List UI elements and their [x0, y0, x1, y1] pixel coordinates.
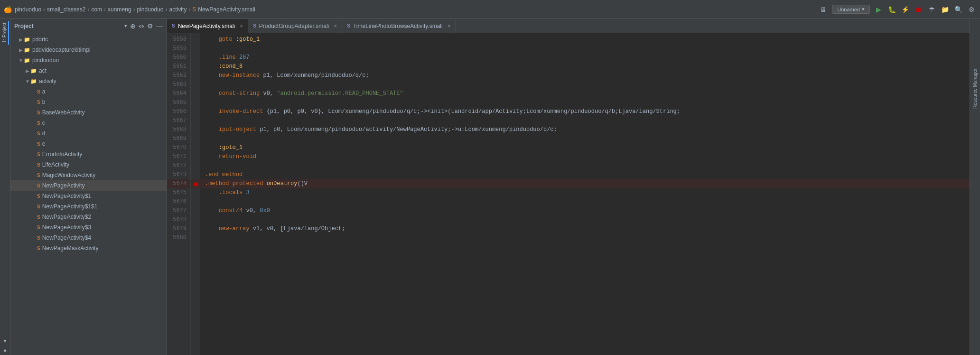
tree-item-act[interactable]: ▶ 📁 act — [10, 65, 167, 76]
line-num: 5669 — [167, 134, 190, 143]
code-line-5666: invoke-direct {p1, p0, p0, v0}, Lcom/xun… — [200, 107, 970, 116]
tree-item-activity[interactable]: ▼ 📁 activity — [10, 76, 167, 86]
gutter-line — [191, 125, 200, 134]
tree-label: MagicWindowActivity — [42, 172, 96, 178]
gutter-breakpoint-5674[interactable]: ◆ — [191, 179, 200, 188]
tree-item-NewPageActivity11[interactable]: S NewPageActivity$1$1 — [10, 201, 167, 212]
breadcrumb-xunmeng: xunmeng — [108, 6, 131, 13]
folder-icon: 📁 — [30, 78, 37, 84]
run-icon[interactable]: ▶ — [874, 5, 883, 14]
tab-NewPageActivity[interactable]: S NewPageActivity.smali × — [167, 19, 248, 33]
tree-item-NewPageActivity4[interactable]: S NewPageActivity$4 — [10, 233, 167, 243]
tree-item-NewPageMaskActivity[interactable]: S NewPageMaskActivity — [10, 243, 167, 253]
line-num: 5658 — [167, 35, 190, 44]
tree-item-NewPageActivity1[interactable]: S NewPageActivity$1 — [10, 191, 167, 201]
tree-item-a[interactable]: S a — [10, 86, 167, 97]
tree-item-NewPageActivity2[interactable]: S NewPageActivity$2 — [10, 212, 167, 222]
tree-item-NewPageActivity3[interactable]: S NewPageActivity$3 — [10, 222, 167, 233]
gutter-line — [191, 206, 200, 215]
smali-icon: S — [37, 225, 40, 230]
tree-item-pddrtc[interactable]: ▶ 📁 pddrtc — [10, 34, 167, 45]
tree-label: NewPageMaskActivity — [42, 245, 99, 252]
code-content[interactable]: goto :goto_1 .line 267 :cond_8 new-insta… — [200, 33, 970, 355]
line-num: 5661 — [167, 62, 190, 71]
tree-item-e[interactable]: S e — [10, 139, 167, 149]
gutter-line — [191, 35, 200, 44]
collapse-all-icon[interactable]: ⇔ — [139, 22, 144, 30]
tree-item-c[interactable]: S c — [10, 118, 167, 128]
tab-label: TimeLinePhotoBrowseActivity.smali — [353, 23, 443, 29]
smali-icon: S — [37, 162, 40, 168]
gutter-line — [191, 224, 200, 234]
debug-icon[interactable]: 🐛 — [887, 5, 896, 14]
hide-icon[interactable]: — — [156, 22, 163, 30]
project-dropdown[interactable]: ▾ — [124, 23, 127, 29]
sep4: › — [133, 6, 135, 13]
smali-icon: S — [37, 110, 40, 115]
gutter-line — [191, 71, 200, 80]
tree-item-LifeActivity[interactable]: S LifeActivity — [10, 159, 167, 170]
code-line-5662: new-instance p1, Lcom/xunmeng/pinduoduo/… — [200, 71, 970, 80]
main-layout: 1: Project ▲ ▼ Project ▾ ⊕ ⇔ ⚙ — ▶ 📁 pdd… — [0, 19, 980, 355]
project-header: Project ▾ ⊕ ⇔ ⚙ — — [10, 19, 167, 33]
line-num: 5673 — [167, 170, 190, 179]
tree-label: d — [42, 130, 46, 137]
code-line-5660: .line 267 — [200, 53, 970, 62]
add-project-icon[interactable]: 📁 — [940, 5, 950, 14]
folder-icon: 📁 — [24, 37, 30, 43]
project-tab-vertical[interactable]: 1: Project — [1, 21, 9, 45]
tree-label: NewPageActivity$2 — [42, 214, 91, 220]
expand-arrow: ▶ — [18, 37, 24, 42]
tree-label: activity — [39, 78, 56, 84]
code-line-5671: return-void — [200, 152, 970, 161]
tree-label: ErrorInfoActivity — [42, 151, 83, 158]
project-tree: ▶ 📁 pddrtc ▶ 📁 pddvideocapturekitimpl ▼ … — [10, 33, 167, 355]
code-line-5672 — [200, 161, 970, 170]
sep5: › — [166, 6, 168, 13]
breadcrumb: pinduoduo › smali_classes2 › com › xunme… — [15, 6, 816, 13]
tree-item-NewPageActivity[interactable]: S NewPageActivity — [10, 180, 167, 191]
sep1: › — [43, 6, 45, 13]
tab-close[interactable]: × — [240, 23, 243, 29]
line-num: 5672 — [167, 161, 190, 170]
right-sidebar: Resource Manager — [970, 19, 980, 355]
expand-arrow: ▶ — [25, 68, 30, 74]
gear-icon[interactable]: ⚙ — [147, 22, 153, 30]
tree-item-MagicWindowActivity[interactable]: S MagicWindowActivity — [10, 170, 167, 180]
sep6: › — [188, 6, 190, 13]
tree-item-d[interactable]: S d — [10, 128, 167, 139]
tree-label: act — [39, 67, 47, 74]
smali-icon: S — [37, 183, 40, 188]
locate-icon[interactable]: ⊕ — [130, 22, 136, 30]
tab-close[interactable]: × — [448, 23, 451, 29]
tree-label: NewPageActivity$3 — [42, 224, 91, 231]
tree-item-ErrorInfoActivity[interactable]: S ErrorInfoActivity — [10, 149, 167, 159]
profile-icon[interactable]: ⚡ — [900, 5, 910, 14]
gutter-line — [191, 188, 200, 197]
nav-tab-vertical[interactable]: ▼ — [1, 346, 9, 355]
tree-item-BaseWebActivity[interactable]: S BaseWebActivity — [10, 107, 167, 118]
line-num: 5667 — [167, 116, 190, 125]
line-num: 5678 — [167, 215, 190, 224]
tab-label: ProductGroupAdapter.smali — [259, 23, 329, 29]
gutter-line — [191, 170, 200, 179]
tree-item-b[interactable]: S b — [10, 97, 167, 107]
structure-tab-vertical[interactable]: ▲ — [1, 337, 9, 346]
tree-item-pinduoduo[interactable]: ▼ 📁 pinduoduo — [10, 55, 167, 65]
tab-TimeLinePhotoBrowse[interactable]: S TimeLinePhotoBrowseActivity.smali × — [342, 19, 456, 33]
gutter-line — [191, 80, 200, 89]
resource-manager-tab[interactable]: Resource Manager — [971, 66, 979, 111]
tree-label: b — [42, 99, 46, 105]
tab-close[interactable]: × — [334, 23, 337, 29]
run-config-button[interactable]: Unnamed ▾ — [832, 5, 870, 14]
tree-item-pddvideo[interactable]: ▶ 📁 pddvideocapturekitimpl — [10, 45, 167, 55]
line-num: 5675 — [167, 188, 190, 197]
settings-icon[interactable]: ⚙ — [967, 5, 976, 14]
tree-label: pddvideocapturekitimpl — [32, 47, 91, 53]
coverage-icon[interactable]: ☂ — [927, 5, 936, 14]
stop-icon[interactable]: ⏹ — [914, 5, 923, 14]
search-icon[interactable]: 🔍 — [953, 5, 963, 14]
tab-ProductGroupAdapter[interactable]: S ProductGroupAdapter.smali × — [248, 19, 342, 33]
screen-icon[interactable]: 🖥 — [819, 5, 828, 14]
line-num: 5680 — [167, 234, 190, 243]
